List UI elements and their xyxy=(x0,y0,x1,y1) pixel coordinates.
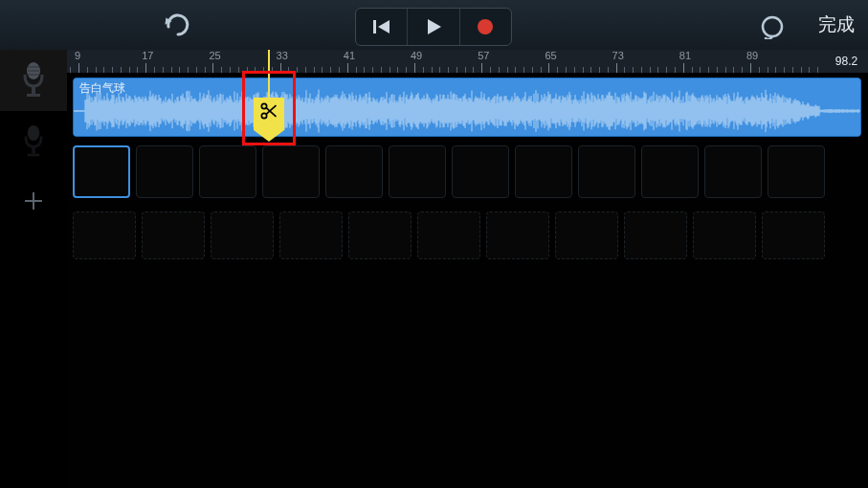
ruler-label: 41 xyxy=(344,50,355,61)
region-title: 告白气球 xyxy=(79,80,125,97)
ruler-label: 81 xyxy=(679,50,691,61)
play-icon xyxy=(424,17,443,36)
cell[interactable] xyxy=(704,145,762,198)
play-button[interactable] xyxy=(407,9,458,45)
ruler-label: 9 xyxy=(75,50,80,61)
loop-icon xyxy=(760,14,785,39)
transport-controls xyxy=(355,8,512,46)
ruler-label: 49 xyxy=(411,50,422,61)
toolbar: 完成 xyxy=(0,0,868,50)
loop-browser-button[interactable] xyxy=(755,10,790,44)
undo-icon xyxy=(163,13,191,36)
add-track-button[interactable] xyxy=(0,172,67,230)
svg-rect-0 xyxy=(373,20,376,33)
track-header-2[interactable] xyxy=(0,111,67,172)
cell[interactable] xyxy=(389,145,446,198)
undo-button[interactable] xyxy=(158,10,196,40)
cell[interactable] xyxy=(762,211,825,259)
audio-region[interactable]: 告白气球 xyxy=(73,78,861,137)
ruler-label: 65 xyxy=(545,50,556,61)
svg-point-1 xyxy=(478,19,493,34)
ruler-label: 17 xyxy=(142,50,153,61)
svg-point-16 xyxy=(261,113,266,118)
cell-row-2 xyxy=(73,211,825,264)
ruler-label: 33 xyxy=(277,50,288,61)
ruler-label: 25 xyxy=(209,50,220,61)
svg-rect-11 xyxy=(28,154,40,157)
svg-rect-5 xyxy=(27,94,40,97)
cell[interactable] xyxy=(199,145,256,198)
ruler-label: 73 xyxy=(612,50,624,61)
svg-point-15 xyxy=(261,103,266,108)
svg-rect-4 xyxy=(32,86,35,94)
record-button[interactable] xyxy=(459,9,511,45)
svg-rect-10 xyxy=(32,146,35,153)
cell[interactable] xyxy=(417,211,480,259)
cell[interactable] xyxy=(693,211,756,259)
cell[interactable] xyxy=(142,211,205,259)
split-marker[interactable] xyxy=(254,98,284,130)
svg-point-9 xyxy=(28,125,40,141)
cell[interactable] xyxy=(211,211,274,259)
ruler-label: 57 xyxy=(478,50,489,61)
cell[interactable] xyxy=(624,211,687,259)
track-header-1[interactable] xyxy=(0,50,67,111)
cell[interactable] xyxy=(279,211,343,259)
cell[interactable] xyxy=(136,145,193,198)
plus-icon xyxy=(23,190,44,211)
waveform xyxy=(74,78,860,136)
cell[interactable] xyxy=(73,211,136,259)
timeline-ruler[interactable]: 917253341495765738189 xyxy=(67,50,825,73)
microphone-icon xyxy=(21,61,46,100)
cell[interactable] xyxy=(515,145,572,198)
ruler-label: 89 xyxy=(746,50,758,61)
cell[interactable] xyxy=(325,145,383,198)
microphone-icon xyxy=(22,124,45,159)
done-button[interactable]: 完成 xyxy=(818,10,855,40)
cell[interactable] xyxy=(768,145,825,198)
cell[interactable] xyxy=(262,145,320,198)
cell[interactable] xyxy=(452,145,509,198)
svg-point-2 xyxy=(763,17,782,36)
cell[interactable] xyxy=(73,145,130,198)
cell[interactable] xyxy=(555,211,618,259)
rewind-button[interactable] xyxy=(356,9,407,45)
tempo-display[interactable]: 98.2 xyxy=(825,50,868,73)
cell[interactable] xyxy=(641,145,699,198)
skip-back-icon xyxy=(371,17,392,36)
cell[interactable] xyxy=(348,211,412,259)
cell[interactable] xyxy=(486,211,549,259)
track-headers xyxy=(0,50,67,488)
cell-row-1 xyxy=(73,145,825,198)
record-icon xyxy=(476,17,495,36)
timeline-area[interactable]: 告白气球 xyxy=(67,73,868,488)
scissors-icon xyxy=(259,101,278,121)
cell[interactable] xyxy=(578,145,635,198)
